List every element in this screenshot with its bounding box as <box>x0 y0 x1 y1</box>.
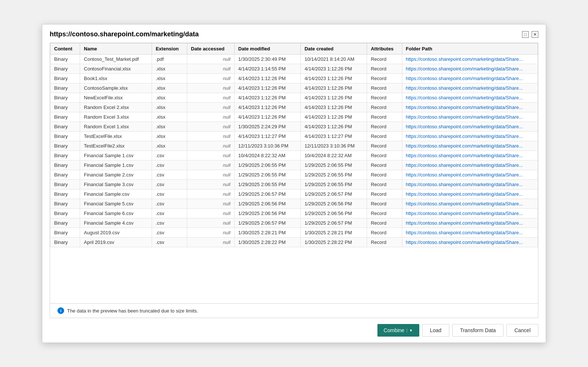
table-cell: .pdf <box>152 54 187 64</box>
table-cell: Record <box>367 122 402 132</box>
cancel-button[interactable]: Cancel <box>506 324 538 337</box>
table-cell: Record <box>367 74 402 83</box>
table-row[interactable]: BinaryTestExcelFile.xlsx.xlsxnull4/14/20… <box>50 132 538 141</box>
table-cell: Record <box>367 54 402 64</box>
table-cell: null <box>187 161 234 170</box>
table-row[interactable]: BinaryFinancial Sample 1.csv.csvnull10/4… <box>50 151 538 161</box>
table-cell: https://contoso.sharepoint.com/marketing… <box>402 228 538 238</box>
table-cell: 1/30/2025 2:28:21 PM <box>234 228 301 238</box>
table-cell: .csv <box>152 218 187 228</box>
table-cell: Record <box>367 112 402 122</box>
table-cell: null <box>187 103 234 112</box>
table-cell: Book1.xlsx <box>80 74 152 83</box>
table-cell: https://contoso.sharepoint.com/marketing… <box>402 83 538 93</box>
table-cell: August 2019.csv <box>80 228 152 238</box>
table-cell: 4/14/2023 1:12:26 PM <box>301 112 367 122</box>
table-cell: .csv <box>152 170 187 180</box>
table-cell: Financial Sample 1.csv <box>80 161 152 170</box>
info-icon: i <box>57 307 64 314</box>
table-cell: April 2019.csv <box>80 238 152 247</box>
table-cell: .csv <box>152 228 187 238</box>
table-cell: .xlsx <box>152 64 187 74</box>
combine-button[interactable]: Combine ▼ <box>377 324 419 337</box>
table-cell: 10/4/2024 8:22:32 AM <box>234 151 301 161</box>
table-cell: 1/29/2025 2:06:55 PM <box>301 180 367 189</box>
table-cell: 1/29/2025 2:06:55 PM <box>234 161 301 170</box>
table-cell: Record <box>367 199 402 209</box>
table-cell: .csv <box>152 238 187 247</box>
table-cell: .xlsx <box>152 83 187 93</box>
table-cell: .csv <box>152 209 187 218</box>
table-cell: 4/14/2023 1:12:26 PM <box>301 122 367 132</box>
table-cell: Record <box>367 238 402 247</box>
table-cell: .xlsx <box>152 141 187 151</box>
table-cell: https://contoso.sharepoint.com/marketing… <box>402 151 538 161</box>
table-cell: Binary <box>50 170 80 180</box>
table-cell: null <box>187 170 234 180</box>
table-cell: https://contoso.sharepoint.com/marketing… <box>402 103 538 112</box>
table-row[interactable]: BinaryAugust 2019.csv.csvnull1/30/2025 2… <box>50 228 538 238</box>
table-row[interactable]: BinaryFinancial Sample 1.csv.csvnull1/29… <box>50 161 538 170</box>
table-row[interactable]: BinaryNewExcelFile.xlsx.xlsxnull4/14/202… <box>50 93 538 103</box>
table-cell: Record <box>367 180 402 189</box>
table-cell: Binary <box>50 180 80 189</box>
table-cell: 4/14/2023 1:12:26 PM <box>301 103 367 112</box>
table-row[interactable]: BinaryApril 2019.csv.csvnull1/30/2025 2:… <box>50 238 538 247</box>
table-cell: Financial Sample 4.csv <box>80 218 152 228</box>
table-cell: 1/30/2025 2:28:21 PM <box>301 228 367 238</box>
data-table-container: Content Name Extension Date accessed Dat… <box>50 43 538 304</box>
table-cell: Record <box>367 132 402 141</box>
table-row[interactable]: BinaryContoso_Test_Market.pdf.pdfnull1/3… <box>50 54 538 64</box>
transform-data-button[interactable]: Transform Data <box>452 324 504 337</box>
table-cell: Binary <box>50 161 80 170</box>
table-row[interactable]: BinaryRandom Excel 3.xlsx.xlsxnull4/14/2… <box>50 112 538 122</box>
table-cell: TestExcelFile2.xlsx <box>80 141 152 151</box>
table-cell: .xlsx <box>152 74 187 83</box>
table-row[interactable]: BinaryFinancial Sample.csv.csvnull1/29/2… <box>50 189 538 199</box>
table-row[interactable]: BinaryContosoSample.xlsx.xlsxnull4/14/20… <box>50 83 538 93</box>
table-cell: null <box>187 83 234 93</box>
table-cell: 1/29/2025 2:06:55 PM <box>234 180 301 189</box>
table-cell: null <box>187 218 234 228</box>
table-cell: 1/30/2025 2:30:49 PM <box>234 54 301 64</box>
table-cell: Record <box>367 209 402 218</box>
col-name: Name <box>80 43 152 54</box>
table-row[interactable]: BinaryTestExcelFile2.xlsx.xlsxnull12/11/… <box>50 141 538 151</box>
table-cell: 4/14/2023 1:12:26 PM <box>301 83 367 93</box>
table-cell: Record <box>367 189 402 199</box>
table-cell: .xlsx <box>152 103 187 112</box>
table-cell: https://contoso.sharepoint.com/marketing… <box>402 209 538 218</box>
table-cell: null <box>187 151 234 161</box>
close-button[interactable]: ✕ <box>532 31 538 38</box>
table-cell: 4/14/2023 1:12:26 PM <box>301 64 367 74</box>
table-row[interactable]: BinaryContosoFinancial.xlsx.xlsxnull4/14… <box>50 64 538 74</box>
combine-button-label: Combine <box>384 327 404 333</box>
table-cell: Binary <box>50 228 80 238</box>
table-cell: Record <box>367 64 402 74</box>
combine-dropdown-arrow-icon[interactable]: ▼ <box>407 328 413 333</box>
table-cell: Record <box>367 170 402 180</box>
table-cell: 4/14/2023 1:12:27 PM <box>234 132 301 141</box>
table-cell: https://contoso.sharepoint.com/marketing… <box>402 199 538 209</box>
table-row[interactable]: BinaryFinancial Sample 2.csv.csvnull1/29… <box>50 170 538 180</box>
maximize-button[interactable]: □ <box>522 31 529 38</box>
table-cell: 10/14/2021 8:14:20 AM <box>301 54 367 64</box>
dialog-title: https://contoso.sharepoint.com/marketing… <box>50 30 199 38</box>
table-row[interactable]: BinaryFinancial Sample 5.csv.csvnull1/29… <box>50 199 538 209</box>
table-row[interactable]: BinaryFinancial Sample 6.csv.csvnull1/29… <box>50 209 538 218</box>
table-row[interactable]: BinaryFinancial Sample 4.csv.csvnull1/29… <box>50 218 538 228</box>
table-row[interactable]: BinaryRandom Excel 2.xlsx.xlsxnull4/14/2… <box>50 103 538 112</box>
dialog: https://contoso.sharepoint.com/marketing… <box>42 24 546 343</box>
table-cell: .xlsx <box>152 93 187 103</box>
table-cell: https://contoso.sharepoint.com/marketing… <box>402 122 538 132</box>
table-cell: https://contoso.sharepoint.com/marketing… <box>402 161 538 170</box>
load-button[interactable]: Load <box>422 324 449 337</box>
table-cell: 1/29/2025 2:06:57 PM <box>301 218 367 228</box>
table-row[interactable]: BinaryBook1.xlsx.xlsxnull4/14/2023 1:12:… <box>50 74 538 83</box>
table-row[interactable]: BinaryFinancial Sample 3.csv.csvnull1/29… <box>50 180 538 189</box>
table-cell: 4/14/2023 1:12:27 PM <box>301 132 367 141</box>
table-row[interactable]: BinaryRandom Excel 1.xlsx.xlsxnull1/30/2… <box>50 122 538 132</box>
col-date-modified: Date modified <box>234 43 301 54</box>
table-cell: Random Excel 3.xlsx <box>80 112 152 122</box>
table-cell: 4/14/2023 1:14:55 PM <box>234 64 301 74</box>
